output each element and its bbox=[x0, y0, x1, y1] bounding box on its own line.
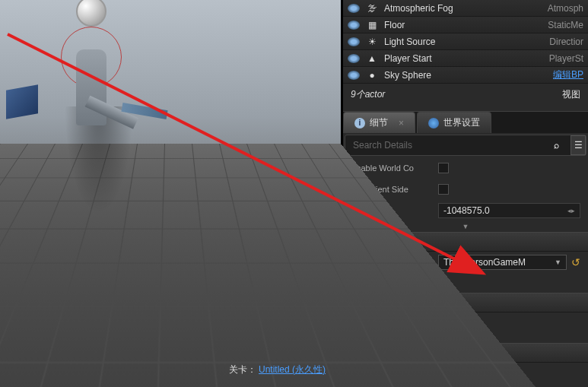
viewport[interactable]: 关卡： Untitled (永久性) bbox=[0, 0, 342, 387]
chevron-down-icon: ▼ bbox=[555, 259, 561, 266]
actor-label: Light Source bbox=[384, 36, 543, 47]
actor-label: Player Start bbox=[384, 53, 543, 64]
actor-count: 9个actor bbox=[351, 88, 385, 101]
spinner-icon[interactable]: ◂▸ bbox=[567, 208, 575, 214]
gamemode-dropdown[interactable]: ThirdPersonGameM ▼ bbox=[438, 255, 567, 270]
tab-label: 世界设置 bbox=[443, 116, 480, 129]
filter-button[interactable]: ☰ bbox=[571, 135, 586, 155]
outliner-row-playerstart[interactable]: ▲ Player Start PlayerSt bbox=[343, 50, 588, 67]
outliner-footer: 9个actor 视图 bbox=[343, 84, 588, 105]
edit-bp-link[interactable]: 编辑BP bbox=[553, 68, 583, 81]
prop-label: Enable World Co bbox=[351, 163, 438, 173]
actor-class: Directior bbox=[549, 36, 583, 47]
level-label: 关卡： Untitled (永久性) bbox=[229, 363, 326, 376]
outliner-row-light[interactable]: ☀ Light Source Directior bbox=[343, 33, 588, 50]
fog-icon: 🌫 bbox=[366, 2, 378, 14]
checkbox[interactable] bbox=[438, 163, 449, 173]
actor-label: Floor bbox=[384, 20, 542, 30]
visibility-toggle-icon[interactable] bbox=[348, 21, 360, 30]
view-filter[interactable]: 视图 bbox=[558, 88, 580, 101]
reflection-sphere bbox=[76, 0, 106, 27]
details-tabs: i 细节 × 世界设置 bbox=[343, 111, 588, 133]
actor-label: Sky Sphere bbox=[384, 70, 547, 81]
level-prefix: 关卡： bbox=[229, 364, 256, 375]
outliner-row-floor[interactable]: ▦ Floor StaticMe bbox=[343, 17, 588, 33]
blue-cube bbox=[6, 84, 38, 119]
tab-details[interactable]: i 细节 × bbox=[343, 112, 415, 133]
world-outliner: 🌫 Atmospheric Fog Atmosph ▦ Floor Static… bbox=[343, 0, 588, 105]
visibility-toggle-icon[interactable] bbox=[348, 37, 360, 46]
light-icon: ☀ bbox=[366, 36, 378, 48]
reset-to-default-icon[interactable]: ↺ bbox=[571, 256, 580, 268]
outliner-row-fog[interactable]: 🌫 Atmospheric Fog Atmosph bbox=[343, 0, 588, 17]
visibility-toggle-icon[interactable] bbox=[348, 54, 360, 63]
character-mannequin bbox=[65, 34, 118, 141]
visibility-toggle-icon[interactable] bbox=[348, 71, 360, 80]
tab-label: 细节 bbox=[370, 116, 388, 129]
globe-icon bbox=[428, 118, 439, 128]
tab-world-settings[interactable]: 世界设置 bbox=[417, 112, 491, 133]
kill-z-value: -1048575.0 bbox=[443, 205, 490, 216]
close-icon[interactable]: × bbox=[399, 118, 404, 128]
checkbox[interactable] bbox=[438, 184, 449, 195]
actor-class: StaticMe bbox=[548, 20, 583, 30]
prop-enable-world-comp: Enable World Co bbox=[343, 157, 588, 179]
dropdown-value: ThirdPersonGameM bbox=[443, 257, 526, 268]
info-icon: i bbox=[354, 118, 365, 128]
playerstart-icon: ▲ bbox=[366, 52, 378, 65]
search-input[interactable] bbox=[345, 135, 545, 155]
level-name-link[interactable]: Untitled (永久性) bbox=[259, 364, 326, 375]
visibility-toggle-icon[interactable] bbox=[348, 4, 360, 13]
floor-icon: ▦ bbox=[366, 19, 378, 31]
outliner-row-sky[interactable]: ● Sky Sphere 编辑BP bbox=[343, 67, 588, 84]
actor-label: Atmospheric Fog bbox=[384, 3, 542, 14]
actor-class: Atmosph bbox=[548, 3, 583, 14]
sphere-icon: ● bbox=[366, 69, 378, 81]
search-bar: ⌕ ☰ bbox=[345, 135, 586, 156]
actor-class: PlayerSt bbox=[549, 53, 583, 64]
numeric-input[interactable]: -1048575.0 ◂▸ bbox=[438, 203, 580, 218]
search-icon[interactable]: ⌕ bbox=[545, 135, 567, 155]
